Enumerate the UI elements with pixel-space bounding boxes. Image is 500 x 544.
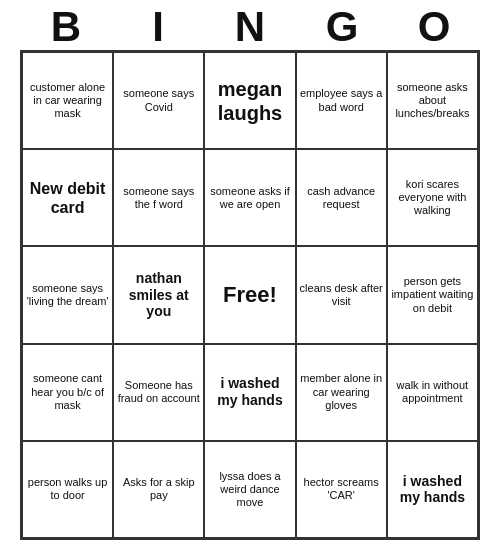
cell-5[interactable]: New debit card: [22, 149, 113, 246]
title-i: I: [120, 6, 196, 48]
cell-18[interactable]: member alone in car wearing gloves: [296, 344, 387, 441]
title-b: B: [28, 6, 104, 48]
cell-20[interactable]: person walks up to door: [22, 441, 113, 538]
bingo-title: B I N G O: [20, 0, 480, 50]
cell-0[interactable]: customer alone in car wearing mask: [22, 52, 113, 149]
cell-7[interactable]: someone asks if we are open: [204, 149, 295, 246]
cell-3[interactable]: employee says a bad word: [296, 52, 387, 149]
cell-1[interactable]: someone says Covid: [113, 52, 204, 149]
title-g: G: [304, 6, 380, 48]
cell-12[interactable]: Free!: [204, 246, 295, 343]
cell-11[interactable]: nathan smiles at you: [113, 246, 204, 343]
cell-15[interactable]: someone cant hear you b/c of mask: [22, 344, 113, 441]
cell-17[interactable]: i washed my hands: [204, 344, 295, 441]
cell-24[interactable]: i washed my hands: [387, 441, 478, 538]
cell-19[interactable]: walk in without appointment: [387, 344, 478, 441]
cell-23[interactable]: hector screams 'CAR': [296, 441, 387, 538]
cell-13[interactable]: cleans desk after visit: [296, 246, 387, 343]
cell-21[interactable]: Asks for a skip pay: [113, 441, 204, 538]
title-n: N: [212, 6, 288, 48]
title-o: O: [396, 6, 472, 48]
cell-2[interactable]: megan laughs: [204, 52, 295, 149]
cell-4[interactable]: someone asks about lunches/breaks: [387, 52, 478, 149]
bingo-grid: customer alone in car wearing masksomeon…: [20, 50, 480, 540]
cell-10[interactable]: someone says 'living the dream': [22, 246, 113, 343]
cell-16[interactable]: Someone has fraud on account: [113, 344, 204, 441]
cell-14[interactable]: person gets impatient waiting on debit: [387, 246, 478, 343]
cell-6[interactable]: someone says the f word: [113, 149, 204, 246]
cell-22[interactable]: lyssa does a weird dance move: [204, 441, 295, 538]
cell-8[interactable]: cash advance request: [296, 149, 387, 246]
cell-9[interactable]: kori scares everyone with walking: [387, 149, 478, 246]
